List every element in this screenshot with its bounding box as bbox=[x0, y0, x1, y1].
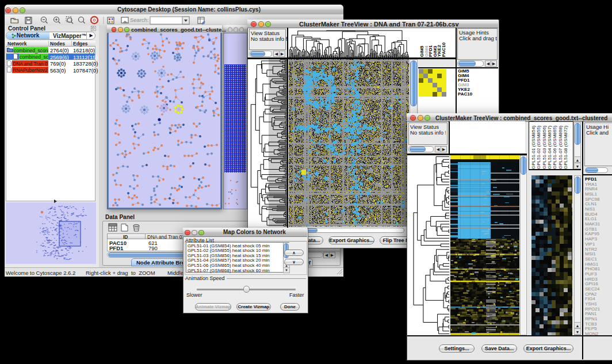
svg-text:Search:: Search: bbox=[130, 17, 149, 23]
